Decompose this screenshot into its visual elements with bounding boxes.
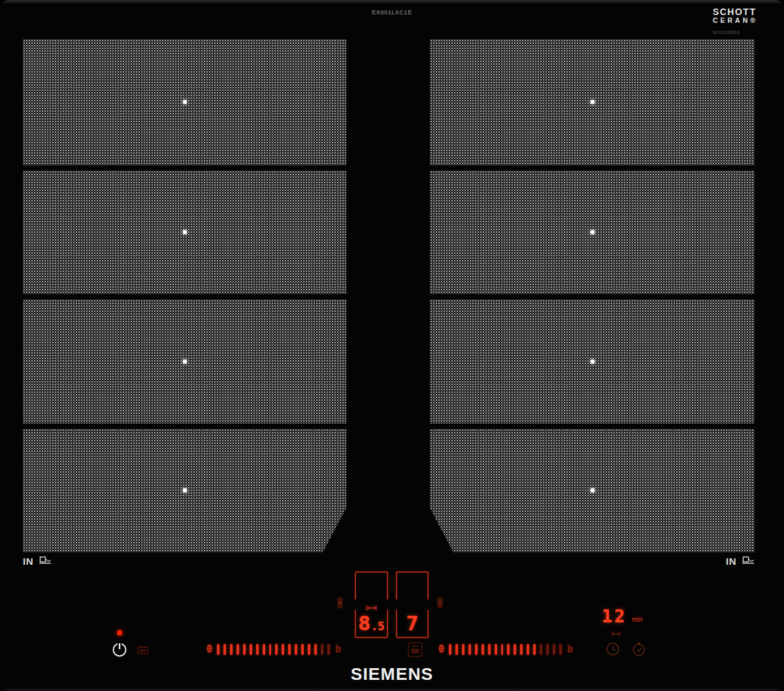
slider-tick-bar [520, 644, 523, 655]
slider-tick-bar [314, 644, 317, 655]
power-led [117, 630, 122, 635]
slider-tick-bar [243, 644, 246, 655]
slider-tick-bar [288, 644, 291, 655]
slider-tick-bar [533, 644, 536, 655]
schott-logo-line1: SCHOTT [713, 8, 758, 16]
in-marking-left: IN [23, 555, 52, 567]
slider-tick-bar [269, 644, 272, 655]
schott-ceran-logo: SCHOTT CERAN® 9001029518 [713, 8, 758, 35]
slider-tick-bar [230, 644, 233, 655]
slider-tick-bar [321, 644, 323, 655]
kitchen-timer-icon [631, 641, 647, 657]
glass-bottom-edge [0, 688, 784, 691]
slider-boost-label: b [335, 643, 341, 655]
slider-tick-bar [308, 644, 310, 655]
pan-positioning-icon [39, 555, 52, 567]
slider-tick-bar [540, 644, 542, 655]
wipe-protection-key[interactable] [135, 642, 151, 660]
slider-tick-bar [449, 644, 451, 655]
brand-logo: SIEMENS [0, 665, 784, 684]
power-level-left-decimal: .5 [371, 621, 384, 632]
display-border-notch [425, 599, 430, 610]
slider-tick-bar [256, 644, 259, 655]
timer-display: 12 min [602, 608, 643, 639]
slider-tick-bar [546, 644, 549, 655]
zone-center-marker [591, 360, 595, 363]
power-slider-left[interactable]: 0b [204, 643, 344, 656]
zone-center-marker [591, 230, 595, 234]
in-marking-right: IN [726, 555, 755, 567]
slider-tick-bar [282, 644, 284, 655]
slider-tick-bar [559, 644, 562, 655]
glass-top-edge [0, 0, 784, 4]
slider-tick-bar [475, 644, 478, 655]
slider-tick-bar [501, 644, 504, 655]
flex-zone-icon [611, 628, 643, 639]
power-level-left: 8 [358, 614, 370, 632]
timer-value: 12 [602, 608, 627, 625]
zone-center-marker [591, 100, 595, 104]
schott-logo-line2: CERAN® [713, 16, 758, 24]
slider-tick-bar [514, 644, 516, 655]
pan-positioning-icon [742, 555, 755, 567]
display-border-notch [395, 599, 399, 610]
zone-center-marker [591, 488, 595, 492]
pan-transfer-key[interactable] [407, 641, 423, 660]
slider-tick-bar [237, 644, 239, 655]
slider-boost-label: b [567, 643, 573, 655]
power-icon [111, 641, 128, 658]
in-label: IN [23, 556, 33, 567]
model-number: EX601LXC1E [0, 9, 784, 16]
slider-tick-bar [217, 644, 220, 655]
slider-tick-bar [527, 644, 529, 655]
glass-serial-number: 9001029518 [713, 30, 758, 35]
zone-center-marker [183, 230, 187, 234]
slider-tick-bar [553, 644, 555, 655]
slider-tick-bar [488, 644, 491, 655]
induction-hob-surface: EX601LXC1E SCHOTT CERAN® 9001029518 IN I… [0, 0, 784, 691]
zone-center-marker [183, 488, 187, 492]
slider-tick-bar [295, 644, 297, 655]
slider-tick-bar [462, 644, 465, 655]
timer-unit: min [632, 616, 643, 623]
zone-indicator-icon-left [336, 596, 344, 612]
power-button[interactable] [111, 641, 128, 658]
zone-indicator-icon-right [436, 596, 444, 612]
power-slider-right[interactable]: 0b [436, 643, 576, 656]
pan-transfer-icon [407, 641, 423, 658]
zone-display-left[interactable]: 8 .5 [355, 571, 388, 638]
slider-tick-bar [223, 644, 226, 655]
power-level-right: 7 [406, 614, 419, 632]
in-label: IN [726, 556, 736, 567]
zone-center-marker [183, 360, 187, 363]
slider-tick-bar [301, 644, 304, 655]
pan-lock-icon [135, 642, 151, 658]
slider-tick-bar [495, 644, 497, 655]
flex-zone-icon [366, 602, 377, 614]
slider-tick-bar [263, 644, 265, 655]
slider-zero-label: 0 [438, 643, 444, 655]
slider-tick-bar [507, 644, 510, 655]
clock-icon [605, 641, 621, 657]
cooking-zone-left [23, 39, 346, 552]
slider-tick-bar [275, 644, 278, 655]
zone-display-right[interactable]: 7 [396, 571, 429, 638]
slider-tick-bar [327, 644, 330, 655]
slider-tick-bar [250, 644, 252, 655]
slider-tick-bar [468, 644, 471, 655]
zone-center-marker [183, 100, 187, 104]
slider-tick-bar [482, 644, 484, 655]
cooking-zone-right [430, 39, 755, 552]
kitchen-timer-key[interactable] [631, 641, 647, 660]
clock-key[interactable] [605, 641, 621, 660]
slider-tick-bar [455, 644, 458, 655]
slider-zero-label: 0 [206, 643, 212, 655]
